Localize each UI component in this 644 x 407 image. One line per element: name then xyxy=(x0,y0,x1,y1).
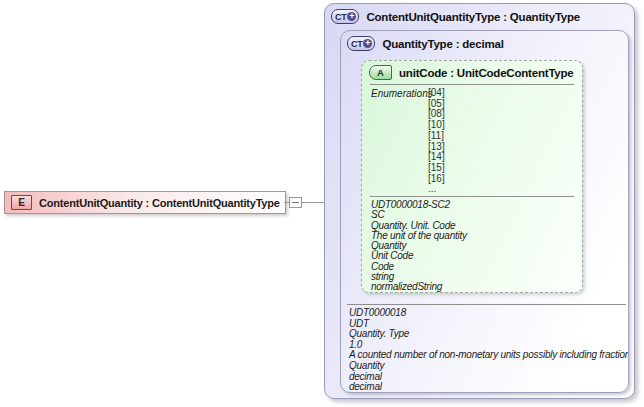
annotation-line: A counted number of non-monetary units p… xyxy=(349,350,629,361)
annotation-line: Quantity xyxy=(349,361,629,372)
collapse-toggle-icon[interactable] xyxy=(289,197,302,208)
attribute-node-unit-code[interactable]: A unitCode : UnitCodeContentType Enumera… xyxy=(361,60,583,293)
element-node-content-unit-quantity[interactable]: E ContentUnitQuantity : ContentUnitQuant… xyxy=(4,191,286,214)
minus-icon xyxy=(292,202,299,203)
attribute-header: A unitCode : UnitCodeContentType xyxy=(369,65,574,80)
enumerations-label: Enumerations xyxy=(371,88,428,195)
annotation-line: decimal xyxy=(349,382,629,393)
annotation-line: decimal xyxy=(349,372,629,383)
enumeration-ellipsis: ... xyxy=(428,184,445,195)
plus-icon: + xyxy=(363,39,372,48)
schema-diagram-canvas: E ContentUnitQuantity : ContentUnitQuant… xyxy=(0,0,644,407)
inner-type-annotations: UDT0000018 UDT Quantity. Type 1.0 A coun… xyxy=(349,308,629,393)
attribute-title: unitCode : UnitCodeContentType xyxy=(399,67,574,79)
inner-type-title: QuantityType : decimal xyxy=(382,38,503,50)
separator-line xyxy=(370,84,574,85)
complex-type-icon: CT + xyxy=(347,36,375,51)
outer-type-title: ContentUnitQuantityType : QuantityType xyxy=(366,11,580,23)
complex-type-node-inner[interactable]: CT + QuantityType : decimal A unitCode :… xyxy=(340,30,629,393)
element-title: ContentUnitQuantity : ContentUnitQuantit… xyxy=(39,197,280,209)
attribute-annotations: UDT0000018-SC2 SC Quantity. Unit. Code T… xyxy=(371,200,467,293)
inner-type-header: CT + QuantityType : decimal xyxy=(347,36,504,51)
attribute-icon: A xyxy=(369,65,392,80)
annotation-line: UDT0000018-SC2 xyxy=(371,200,467,210)
annotation-line: normalizedString xyxy=(371,282,467,292)
complex-type-node-outer[interactable]: CT + ContentUnitQuantityType : QuantityT… xyxy=(324,3,635,399)
complex-type-icon: CT + xyxy=(331,9,359,24)
annotation-line: UDT0000018 xyxy=(349,308,629,319)
element-icon: E xyxy=(11,195,32,210)
outer-type-header: CT + ContentUnitQuantityType : QuantityT… xyxy=(331,9,580,24)
separator-line xyxy=(347,304,626,305)
separator-line xyxy=(370,196,574,197)
plus-icon: + xyxy=(347,12,356,21)
enumerations-section: Enumerations [04] [05] [08] [10] [11] [1… xyxy=(371,88,576,195)
annotation-line: Quantity. Type xyxy=(349,329,629,340)
enumeration-list: [04] [05] [08] [10] [11] [13] [14] [15] … xyxy=(428,88,445,195)
enumeration-value: [11] xyxy=(428,131,445,142)
